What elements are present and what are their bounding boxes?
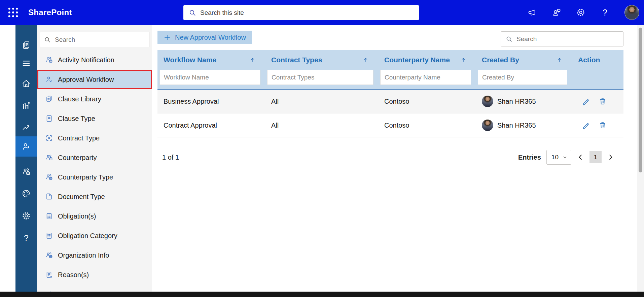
left-gutter	[0, 25, 15, 292]
entries-label: Entries	[518, 154, 541, 161]
sidebar-item-approval-workflow[interactable]: Approval Workflow	[37, 70, 152, 89]
filter-contract-types-input[interactable]	[267, 70, 373, 85]
search-icon	[506, 36, 512, 42]
sidebar-item-document-type[interactable]: Document Type	[37, 187, 152, 206]
settings-gear-icon[interactable]	[576, 8, 585, 17]
next-page-icon[interactable]	[607, 154, 614, 161]
help-icon[interactable]: ?	[600, 8, 610, 17]
top-app-bar: SharePoint ?	[0, 0, 644, 25]
rail-gear-icon[interactable]	[15, 206, 37, 225]
sidebar-item-reasons[interactable]: Reason(s)	[37, 265, 152, 285]
cell-counterparty-name: Contoso	[378, 122, 476, 129]
sidebar-item-clause-type[interactable]: Clause Type	[37, 109, 152, 128]
site-search-input[interactable]	[200, 9, 414, 16]
sidebar-item-label: Organization Info	[58, 252, 109, 259]
filter-created-by-input[interactable]	[478, 70, 567, 85]
document-icon	[45, 114, 53, 123]
column-header-action: Action	[572, 56, 623, 64]
rail-trend-icon[interactable]	[15, 118, 37, 137]
delete-trash-icon[interactable]	[598, 121, 607, 130]
sidebar-item-label: Activity Notification	[58, 56, 114, 64]
sidebar-item-clause-library[interactable]: Clause Library	[37, 89, 152, 109]
sort-ascending-icon[interactable]	[250, 57, 256, 63]
filter-counterparty-name-input[interactable]	[380, 70, 471, 85]
sidebar-item-label: Obligation(s)	[58, 212, 96, 220]
rail-help-icon[interactable]: ?	[15, 229, 37, 248]
site-search[interactable]	[183, 5, 419, 20]
sidebar-item-counterparty[interactable]: Counterparty	[37, 148, 152, 167]
sort-ascending-icon[interactable]	[557, 57, 563, 63]
feedback-icon[interactable]	[552, 8, 561, 17]
rail-palette-icon[interactable]	[15, 184, 37, 203]
sidebar-item-organization-info[interactable]: Organization Info	[37, 245, 152, 265]
rail-documents-icon[interactable]	[15, 36, 37, 55]
column-header-contract-types[interactable]: Contract Types	[265, 56, 378, 64]
column-header-counterparty-name[interactable]: Counterparty Name	[378, 56, 476, 64]
sidebar-item-label: Clause Library	[58, 95, 101, 103]
previous-page-icon[interactable]	[577, 154, 584, 161]
sidebar-item-activity-notification[interactable]: Activity Notification	[37, 50, 152, 70]
user-avatar[interactable]	[624, 5, 639, 20]
people-badge-icon	[45, 56, 53, 64]
sidebar-item-label: Obligation Category	[58, 232, 117, 240]
sidebar-item-label: Approval Workflow	[58, 76, 114, 84]
sort-ascending-icon[interactable]	[363, 57, 369, 63]
column-header-created-by[interactable]: Created By	[476, 56, 572, 64]
new-approval-workflow-button[interactable]: New Approval Workflow	[157, 31, 252, 44]
approval-workflow-table: Workflow Name Contract Types Counterpart…	[157, 50, 623, 137]
cell-created-by: Shan HR365	[476, 96, 572, 107]
edit-pencil-icon[interactable]	[581, 97, 590, 106]
column-header-workflow-name[interactable]: Workflow Name	[157, 56, 265, 64]
entries-per-page-select[interactable]: 10	[546, 150, 571, 165]
sidebar-item-label: Document Type	[58, 193, 105, 201]
list-x-icon	[45, 271, 53, 279]
rail-home-icon[interactable]	[15, 74, 37, 93]
cell-contract-types: All	[265, 122, 378, 129]
delete-trash-icon[interactable]	[598, 97, 607, 106]
list-box-icon	[45, 232, 53, 240]
sidebar-search[interactable]	[40, 32, 149, 47]
table-row[interactable]: Contract Approval All Contoso Shan HR365	[157, 113, 623, 137]
sidebar-item-obligation-category[interactable]: Obligation Category	[37, 226, 152, 245]
table-header: Workflow Name Contract Types Counterpart…	[157, 50, 623, 90]
rail-people-icon[interactable]	[15, 162, 37, 181]
main-content: New Approval Workflow Workflow Name Cont…	[152, 25, 644, 292]
cell-counterparty-name: Contoso	[378, 98, 476, 105]
table-filter-row	[157, 70, 623, 89]
cell-actions	[572, 121, 623, 130]
pagination-bar: 1 of 1 Entries 10 1	[157, 149, 623, 166]
rail-menu-icon[interactable]	[15, 54, 37, 73]
window-bottom-edge	[0, 292, 644, 297]
cell-contract-types: All	[265, 98, 378, 105]
edit-pencil-icon[interactable]	[581, 121, 590, 130]
sidebar-item-request-action[interactable]: Request Action	[37, 285, 152, 292]
rail-analytics-icon[interactable]	[15, 96, 37, 115]
scrollbar-thumb[interactable]	[639, 28, 642, 172]
sidebar-item-obligations[interactable]: Obligation(s)	[37, 206, 152, 226]
sidebar-item-label: Contract Type	[58, 134, 100, 142]
sidebar-item-label: Clause Type	[58, 115, 95, 123]
sidebar-item-contract-type[interactable]: Contract Type	[37, 128, 152, 148]
cell-workflow-name: Business Approval	[157, 98, 265, 105]
sidebar-search-input[interactable]	[55, 36, 145, 43]
page-number-button[interactable]: 1	[589, 151, 602, 163]
search-icon	[44, 36, 51, 43]
people-badge-icon	[45, 251, 53, 259]
page-corner-icon	[45, 193, 53, 201]
app-title[interactable]: SharePoint	[28, 8, 72, 17]
table-search-input[interactable]	[516, 35, 618, 43]
app-launcher-waffle-icon[interactable]	[7, 7, 19, 18]
sidebar-item-counterparty-type[interactable]: Counterparty Type	[37, 167, 152, 187]
contract-icon	[45, 134, 53, 142]
rail-approval-user-icon[interactable]	[15, 136, 37, 157]
table-row[interactable]: Business Approval All Contoso Shan HR365	[157, 90, 623, 113]
vertical-scrollbar[interactable]	[637, 25, 644, 292]
people-badge-icon	[45, 173, 53, 181]
megaphone-icon[interactable]	[528, 8, 537, 17]
topbar-icon-group: ?	[528, 0, 639, 25]
people-badge-icon	[45, 154, 53, 162]
sort-ascending-icon[interactable]	[460, 57, 466, 63]
table-search[interactable]	[501, 31, 623, 46]
filter-workflow-name-input[interactable]	[159, 70, 260, 85]
icon-rail: ?	[15, 25, 37, 292]
